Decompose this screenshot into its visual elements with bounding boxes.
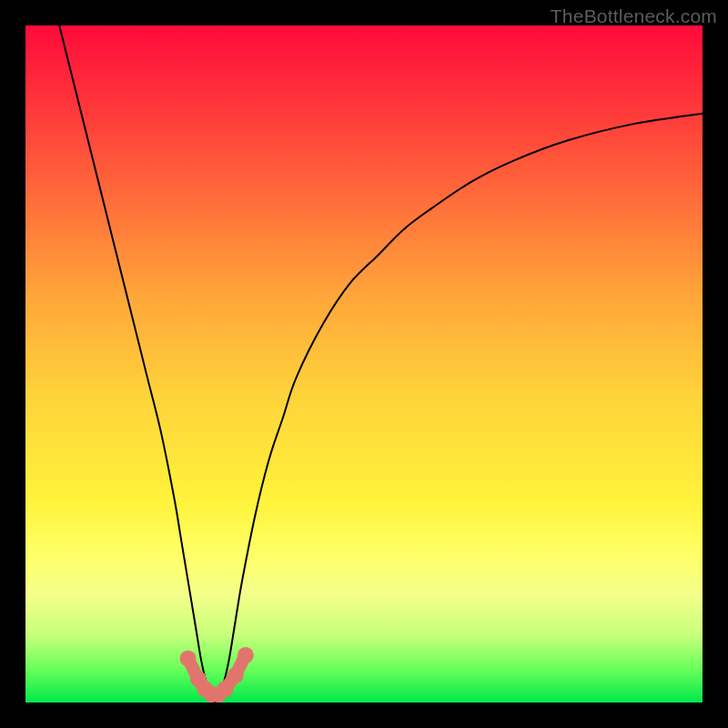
bottleneck-chart (25, 25, 703, 703)
marker-dot (228, 667, 244, 683)
watermark-text: TheBottleneck.com (551, 5, 717, 27)
marker-dot (180, 651, 197, 667)
plot-area (25, 25, 703, 703)
marker-dot (217, 681, 233, 697)
gradient-background (25, 25, 703, 703)
chart-frame: TheBottleneck.com (0, 0, 728, 728)
marker-dot (238, 647, 254, 663)
